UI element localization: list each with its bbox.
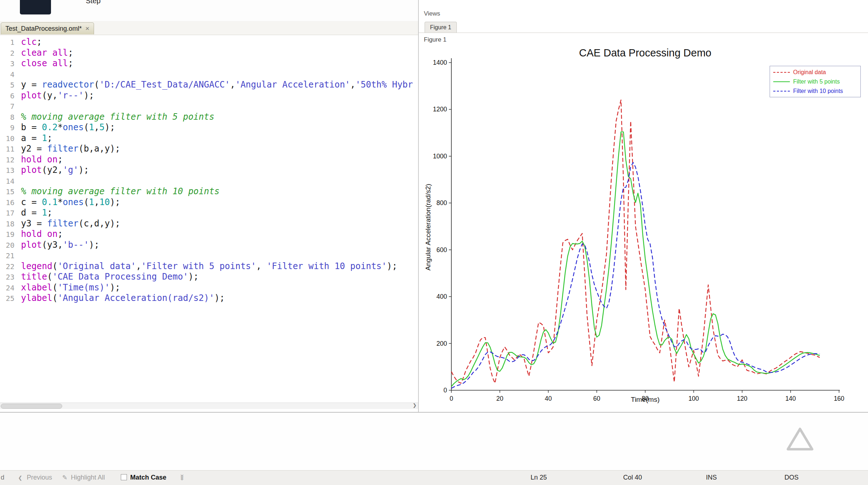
line-number: 11 bbox=[0, 144, 14, 155]
code-line: 15% moving average filter with 10 points bbox=[0, 186, 418, 197]
line-number: 24 bbox=[0, 283, 14, 294]
line-number: 10 bbox=[0, 133, 14, 144]
y-tick-label: 1200 bbox=[433, 106, 447, 113]
series-line-0 bbox=[451, 100, 820, 383]
code-line: 10a = 1; bbox=[0, 133, 418, 144]
line-number: 22 bbox=[0, 261, 14, 272]
code-line: 5y = readvector('D:/CAE_Test_Data/ANGACC… bbox=[0, 80, 418, 90]
code-line: 6plot(y,'r--'); bbox=[0, 90, 418, 101]
tab-figure-1[interactable]: Figure 1 bbox=[425, 22, 457, 33]
ribbon-dark-icon[interactable] bbox=[20, 0, 51, 14]
code-line: 13plot(y2,'g'); bbox=[0, 165, 418, 176]
line-number: 4 bbox=[0, 69, 14, 80]
highlight-all-button[interactable]: Highlight All bbox=[71, 474, 105, 481]
code-line: 2clear all; bbox=[0, 48, 418, 59]
code-line: 8% moving average filter with 5 points bbox=[0, 112, 418, 123]
legend-label: Filter with 10 points bbox=[793, 88, 843, 94]
code-line: 16c = 0.1*ones(1,10); bbox=[0, 197, 418, 208]
step-label: Step bbox=[86, 0, 101, 5]
y-tick-label: 400 bbox=[437, 293, 447, 300]
line-number: 7 bbox=[0, 101, 14, 112]
code-line: 1clc; bbox=[0, 37, 418, 48]
tab-row-divider bbox=[419, 33, 868, 33]
scrollbar-right-arrow-icon[interactable]: ❯ bbox=[413, 403, 417, 408]
figure-plot-svg: 0200400600800100012001400020406080100120… bbox=[420, 44, 868, 412]
code-editor[interactable]: 1clc;2clear all;3close all;45y = readvec… bbox=[0, 35, 418, 402]
code-line: 23title('CAE Data Processing Demo'); bbox=[0, 272, 418, 282]
chart-title: CAE Data Processing Demo bbox=[451, 47, 839, 59]
editor-tab-bar: Test_DataProcessing.oml* × bbox=[0, 21, 418, 35]
application-window: Step Test_DataProcessing.oml* × 1clc;2cl… bbox=[0, 0, 868, 485]
scrollbar-thumb[interactable] bbox=[1, 404, 62, 409]
views-pane: Views Figure 1 Figure 1 0200400600800100… bbox=[419, 0, 868, 412]
line-number: 1 bbox=[0, 37, 14, 48]
code-line: 9b = 0.2*ones(1,5); bbox=[0, 122, 418, 133]
code-line: 21 bbox=[0, 250, 418, 261]
match-case-label[interactable]: Match Case bbox=[130, 474, 166, 481]
legend-line-sample bbox=[773, 72, 790, 73]
series-line-2 bbox=[451, 162, 820, 388]
previous-button[interactable]: Previous bbox=[27, 474, 52, 481]
column-indicator: Col 40 bbox=[623, 474, 642, 481]
code-line: 18y3 = filter(c,d,y); bbox=[0, 218, 418, 229]
y-tick-label: 1000 bbox=[433, 153, 447, 160]
code-line: 17d = 1; bbox=[0, 208, 418, 218]
code-line: 12hold on; bbox=[0, 154, 418, 165]
line-number: 6 bbox=[0, 91, 14, 102]
command-area bbox=[0, 413, 868, 470]
line-number: 12 bbox=[0, 155, 14, 166]
legend-line-sample bbox=[773, 91, 790, 92]
y-tick-label: 1400 bbox=[433, 59, 447, 66]
line-number: 8 bbox=[0, 112, 14, 123]
line-number: 23 bbox=[0, 272, 14, 283]
match-case-checkbox[interactable] bbox=[121, 474, 127, 480]
editor-tab-title: Test_DataProcessing.oml* bbox=[5, 25, 82, 33]
more-options-chevron-icon[interactable]: »» bbox=[179, 475, 186, 480]
status-bar: d ❮ Previous ✎ Highlight All Match Case … bbox=[0, 470, 868, 485]
code-line: 20plot(y3,'b--'); bbox=[0, 240, 418, 251]
code-line: 4 bbox=[0, 69, 418, 80]
line-ending-indicator: DOS bbox=[784, 474, 799, 481]
line-number: 14 bbox=[0, 176, 14, 187]
y-tick-label: 600 bbox=[437, 246, 447, 254]
code-line: 25ylabel('Angular Acceleration(rad/s2)')… bbox=[0, 293, 418, 304]
line-number: 25 bbox=[0, 293, 14, 304]
insert-mode-indicator: INS bbox=[706, 474, 717, 481]
code-line: 22legend('Original data','Filter with 5 … bbox=[0, 261, 418, 272]
code-line: 19hold on; bbox=[0, 229, 418, 240]
line-number: 17 bbox=[0, 208, 14, 219]
line-number: 15 bbox=[0, 187, 14, 197]
horizontal-scrollbar[interactable]: ❯ bbox=[0, 403, 418, 409]
code-line: 14 bbox=[0, 176, 418, 187]
highlight-pen-icon[interactable]: ✎ bbox=[62, 474, 67, 481]
legend-entry: Filter with 5 points bbox=[773, 78, 857, 85]
line-number: 19 bbox=[0, 229, 14, 240]
editor-tab[interactable]: Test_DataProcessing.oml* × bbox=[1, 22, 94, 34]
series-line-1 bbox=[451, 132, 820, 387]
truncated-label: d bbox=[1, 474, 4, 481]
figure-tab-label: Figure 1 bbox=[430, 24, 451, 31]
previous-arrow-icon[interactable]: ❮ bbox=[18, 475, 22, 481]
legend-line-sample bbox=[773, 81, 790, 82]
figure-header-label: Figure 1 bbox=[424, 36, 446, 43]
y-tick-label: 0 bbox=[443, 387, 447, 394]
line-number: 13 bbox=[0, 165, 14, 176]
legend-entry: Original data bbox=[773, 69, 857, 76]
line-number: 2 bbox=[0, 48, 14, 59]
code-line: 11y2 = filter(b,a,y); bbox=[0, 144, 418, 154]
legend-entry: Filter with 10 points bbox=[773, 88, 857, 94]
y-tick-label: 800 bbox=[437, 199, 447, 207]
code-editor-pane: Test_DataProcessing.oml* × 1clc;2clear a… bbox=[0, 21, 418, 412]
line-number: 9 bbox=[0, 123, 14, 133]
views-panel-label: Views bbox=[424, 10, 440, 17]
chart-x-axis-label: Time(ms) bbox=[451, 396, 839, 404]
line-number: 18 bbox=[0, 219, 14, 230]
figure-canvas[interactable]: 0200400600800100012001400020406080100120… bbox=[420, 44, 868, 412]
code-line: 3close all; bbox=[0, 58, 418, 69]
tab-close-icon[interactable]: × bbox=[85, 25, 89, 33]
y-tick-label: 200 bbox=[437, 340, 447, 347]
line-number: 21 bbox=[0, 251, 14, 261]
line-number: 3 bbox=[0, 59, 14, 69]
chart-legend: Original dataFilter with 5 pointsFilter … bbox=[770, 66, 861, 97]
chart-y-axis-label: Angular Acceleration(rad/s2) bbox=[424, 57, 432, 397]
